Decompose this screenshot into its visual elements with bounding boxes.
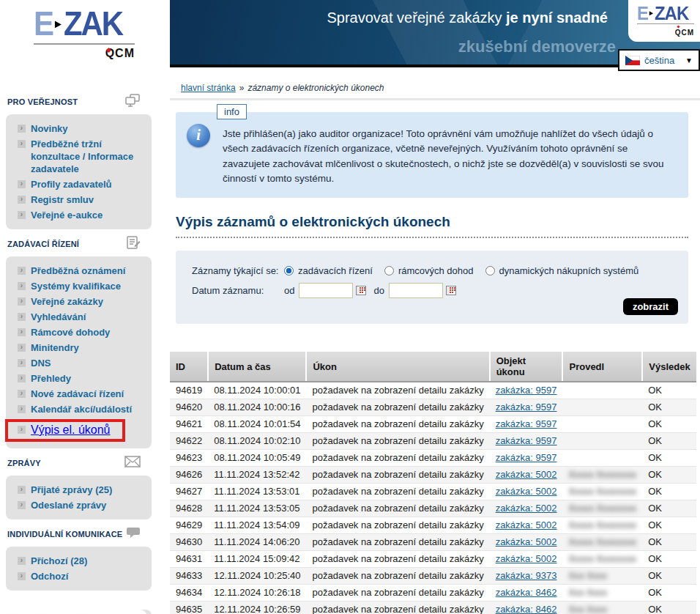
cell-id: 94627 (170, 484, 208, 500)
sidebar-link[interactable]: Rámcové dohody (31, 326, 110, 339)
show-button[interactable]: zobrazit (623, 298, 678, 315)
column-header: ID (170, 352, 208, 382)
date-filter-row: Datum záznamu: od do (192, 283, 678, 298)
redacted-name: Xxx Xxxx (568, 588, 607, 598)
user-name-box: Xxxxx Xxxxxxx X (0, 610, 147, 614)
breadcrumb-home-link[interactable]: hlavní stránka (181, 83, 236, 93)
cell-by: Xxxxx Xxxxxxxx (562, 551, 642, 568)
sidebar-link[interactable]: Odeslané zprávy (31, 499, 106, 511)
calendar-icon[interactable] (446, 286, 456, 295)
cell-action: požadavek na zobrazení detailu zakázky (306, 602, 489, 614)
cell-action: požadavek na zobrazení detailu zakázky (306, 534, 489, 551)
sidebar-link[interactable]: Přehledy (31, 372, 71, 385)
sidebar-link[interactable]: DNS (31, 357, 51, 369)
cell-action: požadavek na zobrazení detailu zakázky (306, 433, 489, 450)
cell-datetime: 08.11.2024 10:01:54 (208, 416, 306, 433)
cell-by: Xxx Xxxx (562, 585, 642, 602)
contract-link[interactable]: zakázka: 9597 (496, 418, 557, 429)
contract-link[interactable]: zakázka: 9597 (496, 452, 557, 463)
contract-link[interactable]: zakázka: 5002 (496, 503, 557, 514)
cell-result: OK (642, 433, 696, 450)
sidebar-item: ›Předběžná oznámení (6, 263, 152, 278)
chevron-bullet-icon: › (18, 374, 26, 382)
sidebar-link[interactable]: Veřejné e-aukce (31, 209, 103, 221)
sidebar-group-header: ZADÁVACÍ ŘÍZENÍ (0, 233, 155, 255)
chevron-bullet-icon: › (18, 501, 26, 509)
computers-icon (124, 94, 141, 111)
sidebar-link[interactable]: Předběžné tržní konzultace / Informace z… (31, 138, 146, 175)
sidebar-link[interactable]: Kalendář akcí/událostí (31, 403, 132, 415)
sidebar-item: ›Vyhledávání (6, 309, 152, 325)
sidebar-link[interactable]: Předběžná oznámení (31, 265, 125, 277)
contract-link[interactable]: zakázka: 5002 (496, 536, 557, 547)
cell-id: 94628 (170, 500, 208, 517)
sidebar-link[interactable]: Profily zadavatelů (31, 178, 112, 191)
cell-by: Xxxxx Xxxxxxxx (562, 517, 642, 534)
cell-id: 94631 (170, 551, 208, 568)
date-from-input[interactable] (299, 283, 353, 298)
cell-result: OK (642, 467, 696, 484)
contract-link[interactable]: zakázka: 5002 (496, 553, 557, 564)
cell-datetime: 11.11.2024 13:54:09 (208, 517, 306, 534)
cell-action: požadavek na zobrazení detailu zakázky (306, 450, 489, 467)
mini-ezak-logo: E►ZAK QCM (628, 0, 700, 42)
contract-link[interactable]: zakázka: 9597 (496, 402, 557, 413)
cell-datetime: 08.11.2024 10:00:01 (208, 382, 306, 399)
sidebar-link[interactable]: Systémy kvalifikace (31, 280, 121, 292)
date-to-input[interactable] (389, 283, 443, 298)
info-box: info i Jste přihlášen(a) jako auditor or… (176, 112, 688, 198)
sidebar-link[interactable]: Příchozí (28) (31, 555, 87, 567)
sidebar-link[interactable]: Odchozí (31, 570, 68, 582)
cell-datetime: 12.11.2024 10:26:59 (208, 602, 306, 614)
sidebar-link[interactable]: Veřejné zakázky (31, 295, 103, 308)
contract-link[interactable]: zakázka: 9597 (496, 435, 557, 446)
sidebar-item: ›Rámcové dohody (6, 325, 152, 340)
cell-id: 94634 (170, 585, 208, 602)
calendar-icon[interactable] (356, 286, 366, 295)
sidebar-link[interactable]: Vyhledávání (31, 311, 86, 323)
filter-radio-option[interactable]: rámcových dohod (384, 265, 474, 276)
chevron-bullet-icon: › (18, 125, 26, 133)
date-from-label: od (284, 285, 294, 296)
sidebar-link[interactable]: Registr smluv (31, 193, 94, 206)
ezak-logo-text: E►ZAK (34, 7, 170, 40)
cell-by (562, 450, 642, 467)
radio-icon[interactable] (485, 266, 495, 275)
sidebar-link[interactable]: Nové zadávací řízení (31, 388, 124, 400)
redacted-name: Xxxxx Xxxxxxxx (568, 520, 636, 530)
cell-datetime: 11.11.2024 14:06:20 (208, 534, 306, 551)
contract-link[interactable]: zakázka: 9597 (496, 385, 557, 396)
sidebar-item: ›Novinky (6, 121, 152, 136)
date-to-label: do (373, 285, 384, 296)
language-label: čeština (644, 55, 674, 66)
filter-radio-option[interactable]: dynamických nákupních systémů (485, 265, 639, 276)
sidebar-link[interactable]: Přijaté zprávy (25) (31, 484, 112, 496)
banner-demo-label: zkušební demoverze (458, 37, 616, 56)
chevron-bullet-icon: › (18, 267, 26, 275)
contract-link[interactable]: zakázka: 9373 (496, 570, 557, 581)
redacted-name: Xxx Xxxx (568, 571, 607, 581)
contract-link[interactable]: zakázka: 5002 (496, 486, 557, 497)
contract-link[interactable]: zakázka: 5002 (496, 519, 557, 530)
language-selector[interactable]: čeština ▼ (618, 49, 700, 71)
contract-link[interactable]: zakázka: 5002 (496, 469, 557, 480)
table-row: 9463412.11.2024 10:26:18požadavek na zob… (170, 585, 696, 602)
cell-by (562, 433, 642, 450)
sidebar-group-label: ZADÁVACÍ ŘÍZENÍ (7, 240, 79, 248)
contract-link[interactable]: zakázka: 8462 (496, 604, 557, 614)
filter-radio-option[interactable]: zadávacích řízení (284, 265, 373, 276)
contract-link[interactable]: zakázka: 8462 (496, 587, 557, 598)
logo-arrow-icon: ► (648, 10, 655, 18)
sidebar-link[interactable]: Výpis el. úkonů (31, 423, 111, 437)
breadcrumb-separator: » (239, 83, 245, 93)
chevron-bullet-icon: › (18, 572, 26, 580)
cell-action: požadavek na zobrazení detailu zakázky (306, 500, 489, 517)
radio-selected-icon[interactable] (284, 266, 294, 275)
sidebar-link[interactable]: Novinky (31, 122, 68, 135)
cell-id: 94635 (170, 602, 208, 614)
chevron-bullet-icon: › (18, 557, 26, 565)
radio-icon[interactable] (384, 266, 394, 275)
sidebar-link[interactable]: Minitendry (31, 341, 79, 354)
cell-by: Xxx Xxxx (562, 602, 642, 614)
column-header: Provedl (562, 352, 642, 382)
